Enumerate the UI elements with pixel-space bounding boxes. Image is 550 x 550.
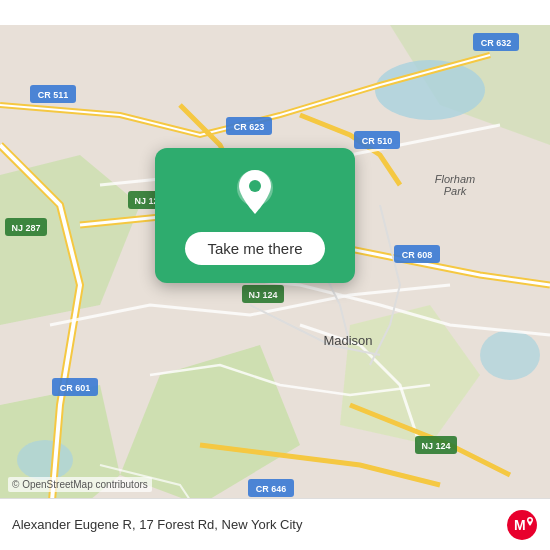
svg-point-8 [17, 440, 73, 480]
svg-text:CR 623: CR 623 [234, 122, 265, 132]
map-container: CR 632 CR 511 CR 623 CR 510 NJ 124 NJ 28… [0, 0, 550, 550]
location-pin-icon [233, 168, 277, 220]
address-text: Alexander Eugene R, 17 Forest Rd, New Yo… [12, 517, 302, 532]
svg-text:CR 510: CR 510 [362, 136, 393, 146]
svg-text:NJ 287: NJ 287 [11, 223, 40, 233]
svg-point-38 [249, 180, 261, 192]
bottom-bar: Alexander Eugene R, 17 Forest Rd, New Yo… [0, 498, 550, 550]
map-attribution: © OpenStreetMap contributors [8, 477, 152, 492]
svg-point-7 [480, 330, 540, 380]
moovit-logo: M [506, 509, 538, 541]
popup-card: Take me there [155, 148, 355, 283]
svg-text:NJ 124: NJ 124 [421, 441, 450, 451]
svg-text:CR 511: CR 511 [38, 90, 69, 100]
svg-point-41 [529, 518, 532, 521]
svg-text:CR 601: CR 601 [60, 383, 91, 393]
take-me-there-button[interactable]: Take me there [185, 232, 324, 265]
svg-text:NJ 124: NJ 124 [248, 290, 277, 300]
svg-text:CR 646: CR 646 [256, 484, 287, 494]
svg-text:Madison: Madison [323, 333, 372, 348]
svg-text:Park: Park [444, 185, 467, 197]
svg-text:CR 632: CR 632 [481, 38, 512, 48]
svg-text:M: M [514, 517, 526, 533]
svg-text:CR 608: CR 608 [402, 250, 433, 260]
moovit-icon: M [506, 509, 538, 541]
svg-text:Florham: Florham [435, 173, 475, 185]
